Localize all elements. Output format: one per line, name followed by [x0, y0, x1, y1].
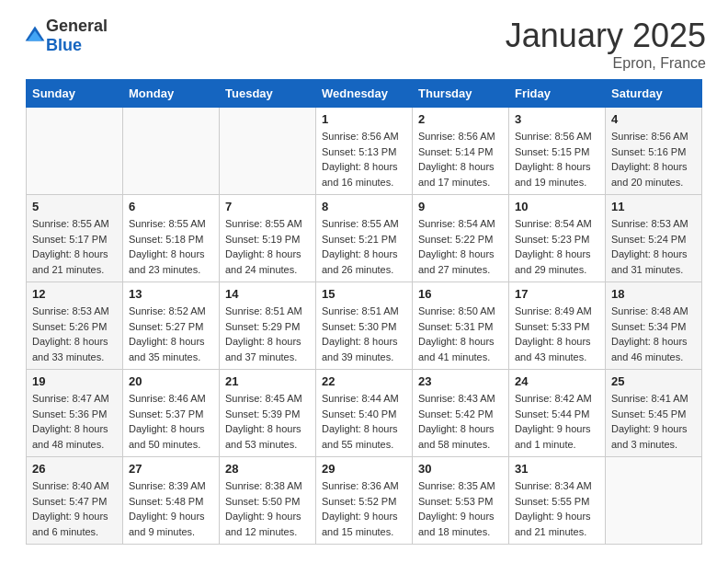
- calendar-day-cell: 28Sunrise: 8:38 AMSunset: 5:50 PMDayligh…: [220, 457, 316, 545]
- day-number: 3: [515, 112, 599, 126]
- day-number: 29: [322, 462, 406, 476]
- day-number: 17: [515, 287, 599, 301]
- calendar-day-cell: [27, 108, 123, 195]
- calendar-table: Sunday Monday Tuesday Wednesday Thursday…: [26, 79, 702, 545]
- calendar-day-cell: 18Sunrise: 8:48 AMSunset: 5:34 PMDayligh…: [606, 282, 702, 370]
- calendar-day-cell: 1Sunrise: 8:56 AMSunset: 5:13 PMDaylight…: [316, 108, 413, 195]
- day-number: 18: [611, 287, 696, 301]
- calendar-day-cell: 2Sunrise: 8:56 AMSunset: 5:14 PMDaylight…: [413, 108, 509, 195]
- day-info: Sunrise: 8:55 AMSunset: 5:21 PMDaylight:…: [322, 216, 406, 277]
- calendar-day-cell: 30Sunrise: 8:35 AMSunset: 5:53 PMDayligh…: [413, 457, 509, 545]
- day-number: 22: [322, 374, 406, 388]
- day-number: 14: [225, 287, 310, 301]
- day-info: Sunrise: 8:44 AMSunset: 5:40 PMDaylight:…: [322, 391, 406, 452]
- calendar-day-cell: 20Sunrise: 8:46 AMSunset: 5:37 PMDayligh…: [123, 370, 220, 457]
- day-info: Sunrise: 8:54 AMSunset: 5:22 PMDaylight:…: [418, 216, 503, 277]
- col-thursday: Thursday: [413, 80, 509, 108]
- day-number: 16: [418, 287, 503, 301]
- day-number: 2: [418, 112, 503, 126]
- calendar-day-cell: 25Sunrise: 8:41 AMSunset: 5:45 PMDayligh…: [606, 370, 702, 457]
- calendar-header-row: Sunday Monday Tuesday Wednesday Thursday…: [27, 80, 702, 108]
- day-number: 24: [515, 374, 599, 388]
- calendar-day-cell: 17Sunrise: 8:49 AMSunset: 5:33 PMDayligh…: [509, 282, 606, 370]
- day-number: 6: [129, 200, 213, 213]
- col-friday: Friday: [509, 80, 606, 108]
- calendar-day-cell: 14Sunrise: 8:51 AMSunset: 5:29 PMDayligh…: [220, 282, 316, 370]
- calendar-day-cell: 22Sunrise: 8:44 AMSunset: 5:40 PMDayligh…: [316, 370, 413, 457]
- day-info: Sunrise: 8:35 AMSunset: 5:53 PMDaylight:…: [418, 478, 503, 539]
- calendar-day-cell: 29Sunrise: 8:36 AMSunset: 5:52 PMDayligh…: [316, 457, 413, 545]
- day-info: Sunrise: 8:52 AMSunset: 5:27 PMDaylight:…: [129, 304, 213, 364]
- day-number: 4: [611, 112, 696, 126]
- day-number: 13: [129, 287, 213, 301]
- calendar-day-cell: 4Sunrise: 8:56 AMSunset: 5:16 PMDaylight…: [606, 108, 702, 195]
- day-info: Sunrise: 8:42 AMSunset: 5:44 PMDaylight:…: [515, 391, 599, 452]
- calendar-week-2: 5Sunrise: 8:55 AMSunset: 5:17 PMDaylight…: [27, 195, 702, 282]
- day-info: Sunrise: 8:43 AMSunset: 5:42 PMDaylight:…: [418, 391, 503, 452]
- location-subtitle: Epron, France: [506, 55, 706, 72]
- day-info: Sunrise: 8:55 AMSunset: 5:18 PMDaylight:…: [129, 216, 213, 277]
- calendar-day-cell: 16Sunrise: 8:50 AMSunset: 5:31 PMDayligh…: [413, 282, 509, 370]
- calendar-day-cell: 12Sunrise: 8:53 AMSunset: 5:26 PMDayligh…: [27, 282, 123, 370]
- calendar-day-cell: 9Sunrise: 8:54 AMSunset: 5:22 PMDaylight…: [413, 195, 509, 282]
- day-number: 11: [611, 200, 696, 213]
- day-number: 12: [32, 287, 117, 301]
- day-info: Sunrise: 8:51 AMSunset: 5:29 PMDaylight:…: [225, 304, 310, 364]
- calendar-day-cell: [220, 108, 316, 195]
- day-info: Sunrise: 8:38 AMSunset: 5:50 PMDaylight:…: [225, 478, 310, 539]
- calendar-body: 1Sunrise: 8:56 AMSunset: 5:13 PMDaylight…: [27, 108, 702, 545]
- col-saturday: Saturday: [606, 80, 702, 108]
- day-number: 27: [129, 462, 213, 476]
- calendar-week-1: 1Sunrise: 8:56 AMSunset: 5:13 PMDaylight…: [27, 108, 702, 195]
- day-number: 8: [322, 200, 406, 213]
- day-info: Sunrise: 8:53 AMSunset: 5:26 PMDaylight:…: [32, 304, 117, 364]
- calendar-day-cell: 13Sunrise: 8:52 AMSunset: 5:27 PMDayligh…: [123, 282, 220, 370]
- day-number: 10: [515, 200, 599, 213]
- day-info: Sunrise: 8:45 AMSunset: 5:39 PMDaylight:…: [225, 391, 310, 452]
- logo-blue-text: Blue: [46, 36, 82, 54]
- day-info: Sunrise: 8:39 AMSunset: 5:48 PMDaylight:…: [129, 478, 213, 539]
- day-info: Sunrise: 8:40 AMSunset: 5:47 PMDaylight:…: [32, 478, 117, 539]
- calendar-week-3: 12Sunrise: 8:53 AMSunset: 5:26 PMDayligh…: [27, 282, 702, 370]
- day-info: Sunrise: 8:55 AMSunset: 5:17 PMDaylight:…: [32, 216, 117, 277]
- day-info: Sunrise: 8:48 AMSunset: 5:34 PMDaylight:…: [611, 304, 696, 364]
- day-info: Sunrise: 8:56 AMSunset: 5:14 PMDaylight:…: [418, 129, 503, 190]
- day-info: Sunrise: 8:56 AMSunset: 5:13 PMDaylight:…: [322, 129, 406, 190]
- day-number: 21: [225, 374, 310, 388]
- day-info: Sunrise: 8:56 AMSunset: 5:16 PMDaylight:…: [611, 129, 696, 190]
- day-number: 20: [129, 374, 213, 388]
- day-number: 1: [322, 112, 406, 126]
- day-number: 26: [32, 462, 117, 476]
- day-number: 19: [32, 374, 117, 388]
- calendar-day-cell: [123, 108, 220, 195]
- day-number: 9: [418, 200, 503, 213]
- day-number: 31: [515, 462, 599, 476]
- day-number: 25: [611, 374, 696, 388]
- calendar-day-cell: 8Sunrise: 8:55 AMSunset: 5:21 PMDaylight…: [316, 195, 413, 282]
- calendar-day-cell: 24Sunrise: 8:42 AMSunset: 5:44 PMDayligh…: [509, 370, 606, 457]
- title-block: January 2025 Epron, France: [506, 17, 706, 72]
- day-number: 7: [225, 200, 310, 213]
- day-number: 28: [225, 462, 310, 476]
- calendar-day-cell: 23Sunrise: 8:43 AMSunset: 5:42 PMDayligh…: [413, 370, 509, 457]
- day-number: 5: [32, 200, 117, 213]
- calendar-day-cell: 6Sunrise: 8:55 AMSunset: 5:18 PMDaylight…: [123, 195, 220, 282]
- day-info: Sunrise: 8:41 AMSunset: 5:45 PMDaylight:…: [611, 391, 696, 452]
- day-info: Sunrise: 8:55 AMSunset: 5:19 PMDaylight:…: [225, 216, 310, 277]
- calendar-day-cell: 26Sunrise: 8:40 AMSunset: 5:47 PMDayligh…: [27, 457, 123, 545]
- col-wednesday: Wednesday: [316, 80, 413, 108]
- calendar-day-cell: 11Sunrise: 8:53 AMSunset: 5:24 PMDayligh…: [606, 195, 702, 282]
- calendar-day-cell: 19Sunrise: 8:47 AMSunset: 5:36 PMDayligh…: [27, 370, 123, 457]
- day-number: 23: [418, 374, 503, 388]
- calendar-day-cell: 15Sunrise: 8:51 AMSunset: 5:30 PMDayligh…: [316, 282, 413, 370]
- day-info: Sunrise: 8:53 AMSunset: 5:24 PMDaylight:…: [611, 216, 696, 277]
- calendar-day-cell: 21Sunrise: 8:45 AMSunset: 5:39 PMDayligh…: [220, 370, 316, 457]
- logo: General Blue: [22, 17, 108, 55]
- calendar-day-cell: 31Sunrise: 8:34 AMSunset: 5:55 PMDayligh…: [509, 457, 606, 545]
- calendar-day-cell: 3Sunrise: 8:56 AMSunset: 5:15 PMDaylight…: [509, 108, 606, 195]
- day-info: Sunrise: 8:51 AMSunset: 5:30 PMDaylight:…: [322, 304, 406, 364]
- logo-icon: [24, 25, 46, 47]
- calendar-day-cell: 10Sunrise: 8:54 AMSunset: 5:23 PMDayligh…: [509, 195, 606, 282]
- day-info: Sunrise: 8:54 AMSunset: 5:23 PMDaylight:…: [515, 216, 599, 277]
- day-number: 15: [322, 287, 406, 301]
